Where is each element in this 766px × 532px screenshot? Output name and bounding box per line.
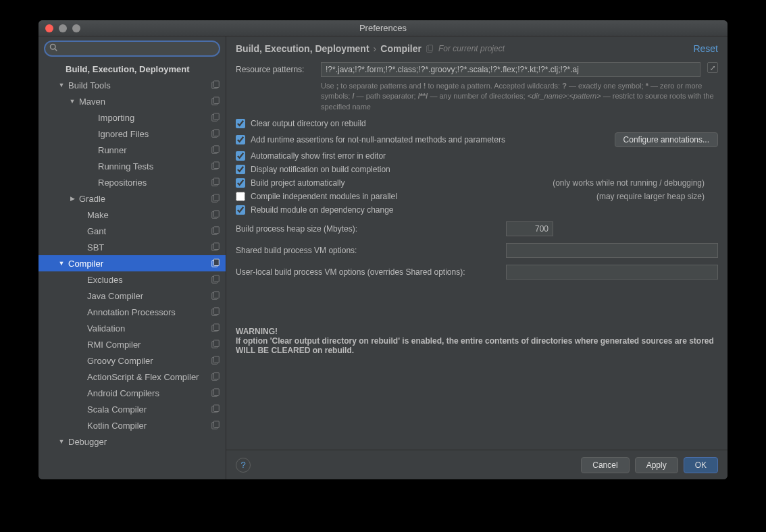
svg-rect-37 xyxy=(213,356,219,363)
sidebar-item-label: Build, Execution, Deployment xyxy=(66,64,220,74)
sidebar-item-repositories[interactable]: Repositories xyxy=(39,174,226,190)
sidebar-item-annotation-processors[interactable]: Annotation Processors xyxy=(39,304,226,320)
project-scope-icon xyxy=(211,356,220,365)
svg-rect-39 xyxy=(213,373,219,379)
checkbox-row-0: Clear output directory on rebuild xyxy=(236,119,718,128)
sidebar-item-build-execution-deployment[interactable]: Build, Execution, Deployment xyxy=(39,61,226,77)
warning-title: WARNING! xyxy=(236,327,278,336)
checkbox-row-6: Rebuild module on dependency change xyxy=(236,205,718,215)
sidebar-item-running-tests[interactable]: Running Tests xyxy=(39,158,226,174)
project-scope-icon xyxy=(211,340,220,349)
field-input-0[interactable] xyxy=(506,221,553,236)
help-button[interactable]: ? xyxy=(236,458,251,473)
breadcrumb: Build, Execution, Deployment › Compiler … xyxy=(226,36,727,59)
breadcrumb-seg-0: Build, Execution, Deployment xyxy=(236,43,369,54)
resource-patterns-input[interactable] xyxy=(321,62,700,77)
svg-rect-13 xyxy=(213,162,219,169)
main-panel: Build, Execution, Deployment › Compiler … xyxy=(226,36,727,479)
checkbox-label: Display notification on build completion xyxy=(251,165,390,174)
sidebar-item-label: Kotlin Compiler xyxy=(87,421,211,431)
sidebar-item-ignored-files[interactable]: Ignored Files xyxy=(39,126,226,142)
search-input[interactable] xyxy=(44,41,220,57)
svg-rect-45 xyxy=(213,421,219,428)
content: Build, Execution, Deployment▼Build Tools… xyxy=(39,36,727,479)
checkbox-4[interactable] xyxy=(236,178,245,188)
field-label: User-local build process VM options (ove… xyxy=(236,267,499,277)
disclosure-arrow-icon[interactable]: ▶ xyxy=(68,195,76,202)
project-scope-icon xyxy=(211,259,220,268)
field-input-2[interactable] xyxy=(506,265,718,280)
checkbox-0[interactable] xyxy=(236,119,245,128)
form: Resource patterns: ⤢ Use ; to separate p… xyxy=(226,59,727,450)
sidebar-item-kotlin-compiler[interactable]: Kotlin Compiler xyxy=(39,417,226,433)
svg-rect-25 xyxy=(213,259,219,266)
preferences-window: Preferences Build, Execution, Deployment… xyxy=(39,20,727,479)
sidebar-item-label: Importing xyxy=(98,113,211,123)
project-scope-icon xyxy=(211,372,220,381)
sidebar-item-rmi-compiler[interactable]: RMI Compiler xyxy=(39,336,226,352)
disclosure-arrow-icon[interactable]: ▼ xyxy=(68,98,76,105)
sidebar-item-runner[interactable]: Runner xyxy=(39,142,226,158)
ok-button[interactable]: OK xyxy=(684,457,718,473)
sidebar-item-label: Maven xyxy=(79,97,211,107)
sidebar-item-scala-compiler[interactable]: Scala Compiler xyxy=(39,401,226,417)
settings-tree[interactable]: Build, Execution, Deployment▼Build Tools… xyxy=(39,61,226,479)
svg-rect-31 xyxy=(213,308,219,315)
sidebar-item-label: Repositories xyxy=(98,178,211,188)
project-scope-icon xyxy=(211,275,220,284)
project-scope-icon xyxy=(211,210,220,219)
checkbox-label: Compile independent modules in parallel xyxy=(251,192,397,201)
reset-link[interactable]: Reset xyxy=(693,43,718,54)
sidebar-item-maven[interactable]: ▼Maven xyxy=(39,93,226,109)
expand-icon[interactable]: ⤢ xyxy=(707,62,718,73)
checkbox-2[interactable] xyxy=(236,151,245,161)
cancel-button[interactable]: Cancel xyxy=(581,457,629,473)
checkbox-6[interactable] xyxy=(236,205,245,215)
disclosure-arrow-icon[interactable]: ▼ xyxy=(57,260,66,267)
checkbox-label: Build project automatically xyxy=(251,178,344,188)
sidebar-item-debugger[interactable]: ▼Debugger xyxy=(39,433,226,450)
field-row-2: User-local build process VM options (ove… xyxy=(236,265,718,280)
disclosure-arrow-icon[interactable]: ▼ xyxy=(57,82,66,88)
checkbox-3[interactable] xyxy=(236,165,245,174)
apply-button[interactable]: Apply xyxy=(635,457,678,473)
sidebar-item-validation[interactable]: Validation xyxy=(39,320,226,336)
sidebar-item-compiler[interactable]: ▼Compiler xyxy=(39,255,226,271)
sidebar-item-label: RMI Compiler xyxy=(87,340,211,350)
project-scope-icon xyxy=(211,145,220,155)
sidebar-item-label: Runner xyxy=(98,145,211,155)
svg-line-1 xyxy=(55,49,57,51)
sidebar-item-build-tools[interactable]: ▼Build Tools xyxy=(39,77,226,93)
sidebar-item-label: Make xyxy=(87,210,211,220)
project-scope-icon xyxy=(211,161,220,171)
titlebar: Preferences xyxy=(39,20,727,36)
sidebar-item-excludes[interactable]: Excludes xyxy=(39,271,226,288)
disclosure-arrow-icon[interactable]: ▼ xyxy=(57,438,66,445)
project-scope-icon xyxy=(211,388,220,398)
checkbox-1[interactable] xyxy=(236,135,245,144)
configure-annotations-button[interactable]: Configure annotations... xyxy=(615,132,718,147)
sidebar-item-sbt[interactable]: SBT xyxy=(39,239,226,255)
svg-rect-19 xyxy=(213,211,219,217)
sidebar-item-groovy-compiler[interactable]: Groovy Compiler xyxy=(39,352,226,369)
project-scope-icon xyxy=(211,291,220,300)
sidebar-item-gradle[interactable]: ▶Gradle xyxy=(39,190,226,207)
sidebar-item-java-compiler[interactable]: Java Compiler xyxy=(39,288,226,304)
sidebar-item-importing[interactable]: Importing xyxy=(39,109,226,126)
sidebar-item-gant[interactable]: Gant xyxy=(39,223,226,239)
sidebar: Build, Execution, Deployment▼Build Tools… xyxy=(39,36,226,479)
field-input-1[interactable] xyxy=(506,243,718,258)
resource-patterns-label: Resource patterns: xyxy=(236,62,314,74)
sidebar-item-actionscript-flex-compiler[interactable]: ActionScript & Flex Compiler xyxy=(39,369,226,385)
svg-rect-7 xyxy=(213,113,219,120)
sidebar-item-label: Groovy Compiler xyxy=(87,356,211,366)
svg-rect-21 xyxy=(213,227,219,234)
checkbox-label: Clear output directory on rebuild xyxy=(251,119,366,128)
sidebar-item-make[interactable]: Make xyxy=(39,207,226,223)
sidebar-item-label: Validation xyxy=(87,323,211,334)
window-title: Preferences xyxy=(39,23,727,33)
sidebar-item-android-compilers[interactable]: Android Compilers xyxy=(39,385,226,401)
sidebar-item-label: Excludes xyxy=(87,275,211,285)
project-scope-icon xyxy=(211,129,220,138)
checkbox-5[interactable] xyxy=(236,192,245,201)
